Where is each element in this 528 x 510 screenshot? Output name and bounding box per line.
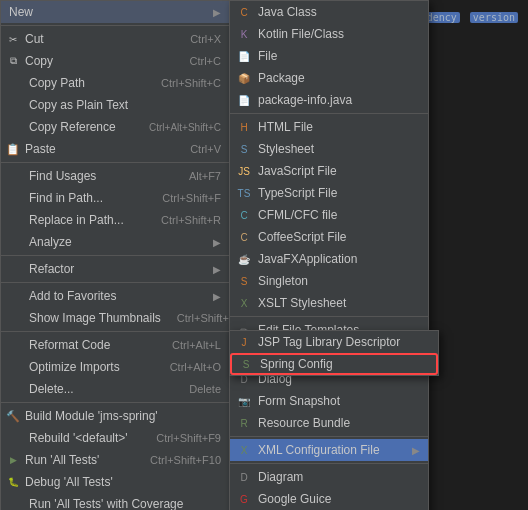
arrow-icon: ▶ xyxy=(213,7,221,18)
submenu-item-spring-config[interactable]: S Spring Config xyxy=(230,353,438,375)
menu-item-add-favorites[interactable]: Add to Favorites ▶ xyxy=(1,285,229,307)
menu-item-run-tests[interactable]: ▶ Run 'All Tests' Ctrl+Shift+F10 xyxy=(1,449,229,471)
menu-item-optimize-imports[interactable]: Optimize Imports Ctrl+Alt+O xyxy=(1,356,229,378)
submenu-item-package-info[interactable]: 📄 package-info.java xyxy=(230,89,428,111)
diagram-icon: D xyxy=(236,469,252,485)
submenu-item-package[interactable]: 📦 Package xyxy=(230,67,428,89)
build-module-label: Build Module 'jms-spring' xyxy=(25,409,221,423)
copy-path-label: Copy Path xyxy=(25,76,145,90)
menu-item-find-in-path[interactable]: Find in Path... Ctrl+Shift+F xyxy=(1,187,229,209)
menu-item-cut[interactable]: ✂ Cut Ctrl+X xyxy=(1,28,229,50)
singleton-label: Singleton xyxy=(258,274,420,288)
rebuild-shortcut: Ctrl+Shift+F9 xyxy=(156,432,221,444)
submenu-item-xslt[interactable]: X XSLT Stylesheet xyxy=(230,292,428,314)
copy-reference-label: Copy Reference xyxy=(25,120,133,134)
copy-shortcut: Ctrl+C xyxy=(190,55,221,67)
menu-item-copy-reference[interactable]: Copy Reference Ctrl+Alt+Shift+C xyxy=(1,116,229,138)
google-guice-label: Google Guice xyxy=(258,492,420,506)
js-icon: JS xyxy=(236,163,252,179)
find-in-path-label: Find in Path... xyxy=(25,191,146,205)
package-info-label: package-info.java xyxy=(258,93,420,107)
separator xyxy=(1,255,229,256)
menu-item-refactor[interactable]: Refactor ▶ xyxy=(1,258,229,280)
menu-item-show-thumbnails[interactable]: Show Image Thumbnails Ctrl+Shift+T xyxy=(1,307,229,329)
refactor-label: Refactor xyxy=(25,262,209,276)
debug-tests-label: Debug 'All Tests' xyxy=(25,475,221,489)
menu-item-new[interactable]: New ▶ xyxy=(1,1,229,23)
submenu-item-file[interactable]: 📄 File xyxy=(230,45,428,67)
menu-item-replace-in-path[interactable]: Replace in Path... Ctrl+Shift+R xyxy=(1,209,229,231)
stylesheet-icon: S xyxy=(236,141,252,157)
run-tests-label: Run 'All Tests' xyxy=(25,453,134,467)
submenu-item-form-snapshot[interactable]: 📷 Form Snapshot xyxy=(230,390,428,412)
find-in-path-shortcut: Ctrl+Shift+F xyxy=(162,192,221,204)
run-tests-shortcut: Ctrl+Shift+F10 xyxy=(150,454,221,466)
run-coverage-label: Run 'All Tests' with Coverage xyxy=(25,497,221,510)
paste-shortcut: Ctrl+V xyxy=(190,143,221,155)
rebuild-label: Rebuild '<default>' xyxy=(25,431,140,445)
xml-config-icon: X xyxy=(236,442,252,458)
reformat-label: Reformat Code xyxy=(25,338,156,352)
menu-item-analyze[interactable]: Analyze ▶ xyxy=(1,231,229,253)
form-snapshot-icon: 📷 xyxy=(236,393,252,409)
separator xyxy=(230,463,428,464)
submenu-item-html[interactable]: H HTML File xyxy=(230,116,428,138)
submenu-item-jsp-tag[interactable]: J JSP Tag Library Descriptor xyxy=(230,331,438,353)
replace-shortcut: Ctrl+Shift+R xyxy=(161,214,221,226)
jsp-tag-label: JSP Tag Library Descriptor xyxy=(258,335,430,349)
xml-config-label: XML Configuration File xyxy=(258,443,408,457)
submenu-item-stylesheet[interactable]: S Stylesheet xyxy=(230,138,428,160)
submenu-item-google-guice[interactable]: G Google Guice xyxy=(230,488,428,510)
submenu-item-java-class[interactable]: C Java Class xyxy=(230,1,428,23)
menu-item-run-coverage[interactable]: Run 'All Tests' with Coverage xyxy=(1,493,229,510)
menu-item-copy-path[interactable]: Copy Path Ctrl+Shift+C xyxy=(1,72,229,94)
submenu-item-coffeescript[interactable]: C CoffeeScript File xyxy=(230,226,428,248)
form-snapshot-label: Form Snapshot xyxy=(258,394,420,408)
submenu-item-resource-bundle[interactable]: R Resource Bundle xyxy=(230,412,428,434)
xslt-icon: X xyxy=(236,295,252,311)
submenu-new: C Java Class K Kotlin File/Class 📄 File … xyxy=(229,0,429,510)
menu-item-reformat[interactable]: Reformat Code Ctrl+Alt+L xyxy=(1,334,229,356)
refactor-arrow: ▶ xyxy=(213,264,221,275)
submenu-item-javafx[interactable]: ☕ JavaFXApplication xyxy=(230,248,428,270)
submenu-item-kotlin[interactable]: K Kotlin File/Class xyxy=(230,23,428,45)
html-icon: H xyxy=(236,119,252,135)
separator xyxy=(230,316,428,317)
kotlin-label: Kotlin File/Class xyxy=(258,27,420,41)
google-guice-icon: G xyxy=(236,491,252,507)
submenu-item-typescript[interactable]: TS TypeScript File xyxy=(230,182,428,204)
submenu-item-cfml[interactable]: C CFML/CFC file xyxy=(230,204,428,226)
copy-plain-text-label: Copy as Plain Text xyxy=(25,98,221,112)
menu-item-copy[interactable]: ⧉ Copy Ctrl+C xyxy=(1,50,229,72)
submenu-xml: J JSP Tag Library Descriptor S Spring Co… xyxy=(229,330,439,376)
xml-arrow: ▶ xyxy=(412,445,420,456)
menu-item-copy-plain-text[interactable]: Copy as Plain Text xyxy=(1,94,229,116)
html-label: HTML File xyxy=(258,120,420,134)
menu-item-rebuild[interactable]: Rebuild '<default>' Ctrl+Shift+F9 xyxy=(1,427,229,449)
menu-item-debug-tests[interactable]: 🐛 Debug 'All Tests' xyxy=(1,471,229,493)
submenu-item-singleton[interactable]: S Singleton xyxy=(230,270,428,292)
copy-label: Copy xyxy=(25,54,174,68)
menu-item-build-module[interactable]: 🔨 Build Module 'jms-spring' xyxy=(1,405,229,427)
menu-item-find-usages[interactable]: Find Usages Alt+F7 xyxy=(1,165,229,187)
context-menu: New ▶ ✂ Cut Ctrl+X ⧉ Copy Ctrl+C Copy Pa… xyxy=(0,0,230,510)
coffeescript-label: CoffeeScript File xyxy=(258,230,420,244)
cfml-icon: C xyxy=(236,207,252,223)
menu-item-paste[interactable]: 📋 Paste Ctrl+V xyxy=(1,138,229,160)
separator xyxy=(1,331,229,332)
coffee-icon: C xyxy=(236,229,252,245)
jsp-tag-icon: J xyxy=(236,334,252,350)
submenu-item-javascript[interactable]: JS JavaScript File xyxy=(230,160,428,182)
submenu-item-diagram[interactable]: D Diagram xyxy=(230,466,428,488)
javascript-label: JavaScript File xyxy=(258,164,420,178)
package-icon: 📦 xyxy=(236,70,252,86)
menu-item-delete[interactable]: Delete... Delete xyxy=(1,378,229,400)
show-thumbnails-label: Show Image Thumbnails xyxy=(25,311,161,325)
file-icon: 📄 xyxy=(236,48,252,64)
java-class-icon: C xyxy=(236,4,252,20)
analyze-arrow: ▶ xyxy=(213,237,221,248)
submenu-item-xml-config[interactable]: X XML Configuration File ▶ xyxy=(230,439,428,461)
stylesheet-label: Stylesheet xyxy=(258,142,420,156)
favorites-arrow: ▶ xyxy=(213,291,221,302)
diagram-label: Diagram xyxy=(258,470,420,484)
